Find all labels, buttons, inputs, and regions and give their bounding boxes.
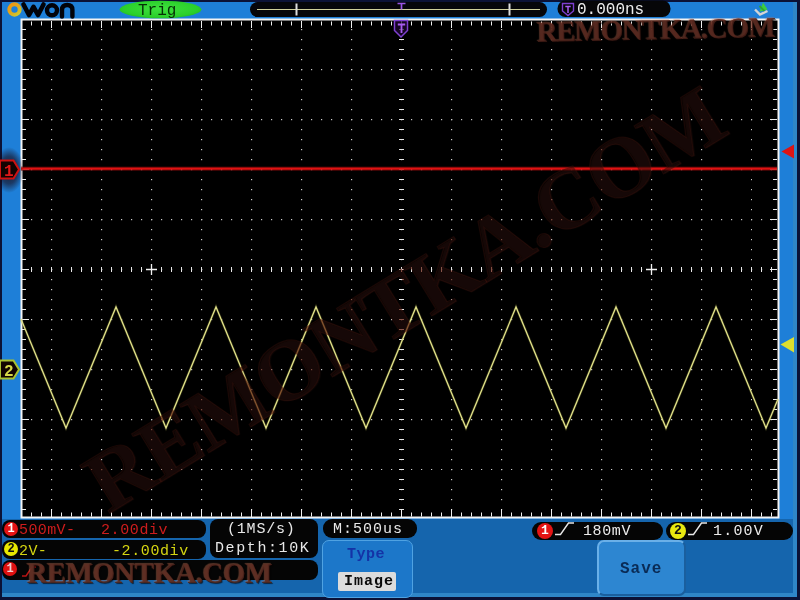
- svg-text:1: 1: [4, 163, 14, 181]
- svg-text:Trig: Trig: [138, 2, 176, 20]
- svg-text:2: 2: [4, 363, 14, 381]
